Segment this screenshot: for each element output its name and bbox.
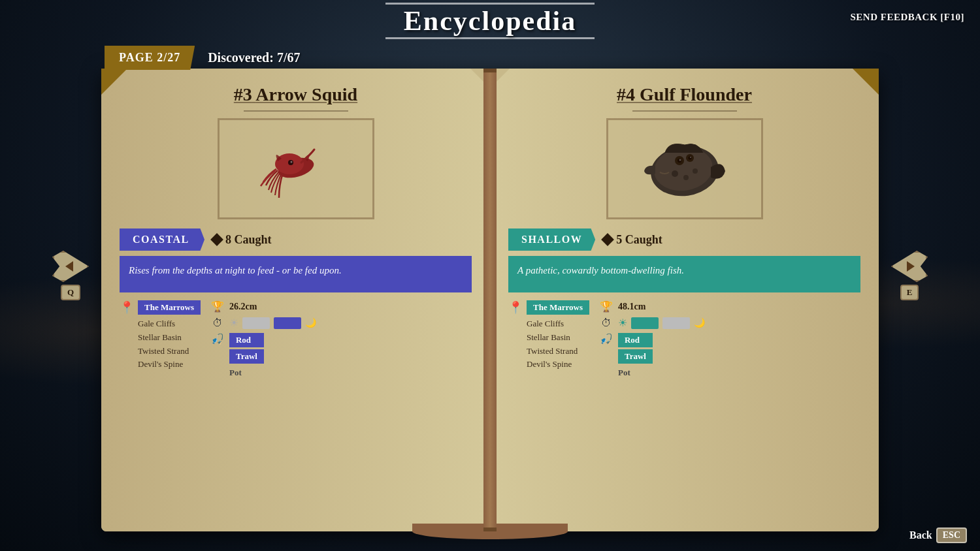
right-primary-location: The Marrows xyxy=(527,300,589,315)
right-caught-count: 5 Caught xyxy=(616,233,662,247)
right-entry-name: Gulf Flounder xyxy=(640,84,752,104)
right-methods-row: 🎣 Rod Trawl Pot xyxy=(600,333,860,380)
title-line-top xyxy=(385,3,595,5)
right-description: A pathetic, cowardly bottom-dwelling fis… xyxy=(508,256,860,292)
left-method-trawl: Trawl xyxy=(229,349,264,364)
right-method-rod: Rod xyxy=(618,333,653,347)
left-fishing-methods: Rod Trawl Pot xyxy=(229,333,264,380)
back-button[interactable]: Back ESC xyxy=(909,527,967,543)
title-container: Encyclopedia xyxy=(385,3,595,39)
feedback-button[interactable]: SEND FEEDBACK [F10] xyxy=(850,12,964,23)
right-time-bar: ☀ 🌙 xyxy=(618,317,705,329)
svg-point-13 xyxy=(690,157,691,158)
svg-point-12 xyxy=(679,159,681,161)
left-entry-name: Arrow Squid xyxy=(255,84,357,104)
page-bar: PAGE 2/27 Discovered: 7/67 xyxy=(105,46,313,70)
left-habitat-badge: COASTAL xyxy=(120,228,204,251)
left-location-col: 📍 The Marrows Gale Cliffs Stellar Basin … xyxy=(120,300,201,384)
left-arrow-icon xyxy=(52,251,89,282)
encyclopedia-title: Encyclopedia xyxy=(385,6,595,36)
svg-marker-1 xyxy=(907,261,915,272)
right-stats-col: 🏆 48.1cm ⏱ ☀ 🌙 🎣 R xyxy=(600,300,860,384)
left-title-underline xyxy=(244,110,348,112)
svg-point-15 xyxy=(683,175,689,180)
night-segment-left xyxy=(274,317,301,329)
flounder-illustration xyxy=(632,127,737,212)
left-fish-image xyxy=(218,118,374,219)
encyclopedia-book: #3 Arrow Squid xyxy=(101,69,879,531)
pin-icon-left: 📍 xyxy=(120,300,134,315)
day-segment-right xyxy=(631,317,659,329)
left-entry-number: #3 xyxy=(234,84,252,104)
svg-point-14 xyxy=(672,170,678,177)
esc-badge: ESC xyxy=(936,527,967,543)
left-time-row: ⏱ ☀ 🌙 xyxy=(211,317,472,329)
list-item: Stellar Basin xyxy=(527,331,589,345)
pin-icon-right: 📍 xyxy=(508,300,523,315)
svg-marker-0 xyxy=(65,261,73,272)
right-caught-row: 5 Caught xyxy=(595,233,662,247)
sun-icon-left: ☀ xyxy=(229,317,238,329)
prev-page-button[interactable]: Q xyxy=(52,251,89,300)
svg-point-5 xyxy=(290,161,292,163)
right-entry-title: #4 Gulf Flounder xyxy=(508,84,860,105)
list-item: Twisted Strand xyxy=(138,345,201,358)
left-key-badge: Q xyxy=(61,285,80,300)
right-time-row: ⏱ ☀ 🌙 xyxy=(600,317,860,329)
right-location-col: 📍 The Marrows Gale Cliffs Stellar Basin … xyxy=(508,300,589,384)
right-record-size: 48.1cm xyxy=(618,302,645,312)
list-item: Gale Cliffs xyxy=(138,317,201,331)
left-page: #3 Arrow Squid xyxy=(101,69,490,531)
left-method-rod: Rod xyxy=(229,333,264,347)
right-other-locations: Gale Cliffs Stellar Basin Twisted Strand… xyxy=(508,317,589,371)
title-line-bottom xyxy=(385,37,595,39)
left-info-section: 📍 The Marrows Gale Cliffs Stellar Basin … xyxy=(120,300,472,384)
right-location-header: 📍 The Marrows xyxy=(508,300,589,315)
back-label: Back xyxy=(909,529,932,541)
squid-illustration xyxy=(237,130,355,208)
right-record-row: 🏆 48.1cm xyxy=(600,300,860,313)
list-item: Gale Cliffs xyxy=(527,317,589,331)
right-fish-image xyxy=(606,118,763,219)
left-habitat-row: COASTAL 8 Caught xyxy=(120,228,472,251)
right-fishing-methods: Rod Trawl Pot xyxy=(618,333,653,380)
next-page-button[interactable]: E xyxy=(891,251,928,300)
svg-point-16 xyxy=(693,168,698,174)
left-record-size: 26.2cm xyxy=(229,302,257,312)
left-methods-row: 🎣 Rod Trawl Pot xyxy=(211,333,472,380)
right-key-badge: E xyxy=(900,285,919,300)
left-location-header: 📍 The Marrows xyxy=(120,300,201,315)
left-stats-col: 🏆 26.2cm ⏱ ☀ 🌙 🎣 R xyxy=(211,300,472,384)
clock-icon-left: ⏱ xyxy=(211,317,224,329)
page-badge: PAGE 2/27 xyxy=(105,46,195,70)
header: Encyclopedia SEND FEEDBACK [F10] xyxy=(0,0,980,39)
right-entry-number: #4 xyxy=(617,84,635,104)
left-description: Rises from the depths at night to feed -… xyxy=(120,256,472,292)
right-info-section: 📍 The Marrows Gale Cliffs Stellar Basin … xyxy=(508,300,860,384)
left-method-pot: Pot xyxy=(229,366,264,380)
rod-icon-left: 🎣 xyxy=(211,333,224,345)
moon-icon-left: 🌙 xyxy=(305,317,316,328)
right-page: #4 Gulf Flounder xyxy=(490,69,879,531)
book-bottom-arc xyxy=(412,524,568,539)
list-item: Stellar Basin xyxy=(138,331,201,345)
discovered-label: Discovered: 7/67 xyxy=(195,46,313,69)
right-arrow-icon xyxy=(891,251,928,282)
trophy-icon-right: 🏆 xyxy=(600,300,613,313)
list-item: Devil's Spine xyxy=(527,358,589,371)
left-other-locations: Gale Cliffs Stellar Basin Twisted Strand… xyxy=(120,317,201,371)
left-entry-title: #3 Arrow Squid xyxy=(120,84,472,105)
left-caught-row: 8 Caught xyxy=(204,233,272,247)
right-title-underline xyxy=(632,110,737,112)
left-diamond-icon xyxy=(210,233,223,246)
left-record-row: 🏆 26.2cm xyxy=(211,300,472,313)
right-method-trawl: Trawl xyxy=(618,349,653,364)
clock-icon-right: ⏱ xyxy=(600,317,613,329)
right-habitat-row: SHALLOW 5 Caught xyxy=(508,228,860,251)
left-primary-location: The Marrows xyxy=(138,300,201,315)
day-segment-left xyxy=(242,317,270,329)
right-method-pot: Pot xyxy=(618,366,653,380)
sun-icon-right: ☀ xyxy=(618,317,627,329)
night-segment-right xyxy=(662,317,690,329)
left-caught-count: 8 Caught xyxy=(225,233,272,247)
